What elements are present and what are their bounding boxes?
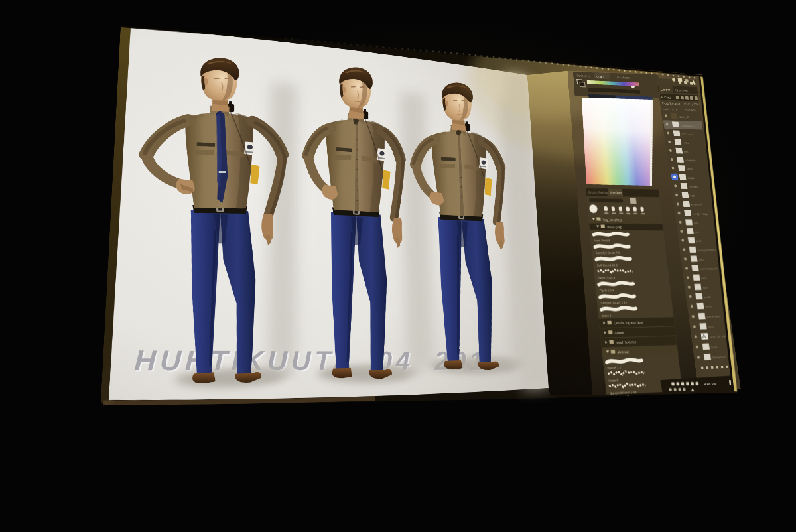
svg-text:Sampled Brush 7 6: Sampled Brush 7 6 (596, 251, 620, 254)
svg-text:Pass Through: Pass Through (662, 101, 681, 105)
svg-text:Brush Settings: Brush Settings (588, 190, 611, 195)
svg-text:nature: nature (615, 330, 624, 334)
svg-text:Flip lb stb 8: Flip lb stb 8 (599, 289, 614, 293)
svg-text:loose 1: loose 1 (602, 314, 612, 318)
svg-text:texture pelts: texture pelts (706, 315, 721, 318)
svg-text:badge: badge (687, 176, 695, 179)
svg-text:socks: socks (711, 346, 718, 349)
svg-text:WW88 1 2: WW88 1 2 (607, 366, 621, 369)
svg-text:handgun earp: handgun earp (693, 212, 708, 215)
svg-text:Lock: + / o a: Lock: + / o a (663, 107, 677, 111)
svg-text:rough textures: rough textures (616, 340, 636, 344)
svg-text:Channels: Channels (675, 88, 689, 92)
svg-text:pelts: pelts (698, 258, 704, 261)
svg-text:Brushes: Brushes (610, 190, 622, 194)
svg-text:Sampled Brush 1 18: Sampled Brush 1 18 (600, 300, 627, 304)
svg-text:HARD2 pig 4: HARD2 pig 4 (598, 276, 615, 280)
svg-text:name journal bks: name journal bks (697, 249, 716, 252)
svg-text:patrol copy: patrol copy (681, 133, 694, 136)
svg-text:Opacity 100%: Opacity 100% (684, 102, 700, 106)
svg-text:P Kind: P Kind (661, 95, 671, 99)
svg-text:main prep: main prep (607, 225, 623, 229)
svg-text:Swatches: Swatches (576, 74, 590, 78)
svg-text:Soft Round 30 5: Soft Round 30 5 (596, 263, 618, 267)
svg-text:pelts: pelts (696, 239, 702, 242)
svg-text:pelts: pelts (701, 277, 707, 280)
svg-text:leg_brushes: leg_brushes (603, 218, 622, 222)
svg-text:abstract: abstract (617, 350, 629, 354)
svg-text:Hard Round: Hard Round (594, 239, 610, 242)
svg-text:hound: hound (705, 305, 712, 308)
svg-text:bells: bells (690, 194, 696, 197)
svg-text:slikahedge: slikahedge (685, 159, 697, 162)
svg-text:dilutions: dilutions (689, 186, 698, 188)
svg-text:pels: pels (694, 222, 699, 224)
svg-text:satin: satin (702, 286, 708, 289)
svg-text:radius belt: radius belt (691, 204, 703, 206)
svg-text:4:48 PM: 4:48 PM (704, 383, 717, 387)
svg-text:native: native (683, 141, 690, 144)
svg-text:milk: milk (684, 151, 689, 153)
svg-text:fabric: fabric (708, 325, 714, 328)
svg-text:name buera bks: name buera bks (700, 267, 718, 271)
svg-text:Gradients: Gradients (617, 76, 630, 80)
svg-text:loose 3: loose 3 (608, 378, 618, 382)
svg-text:vector: vector (704, 295, 711, 299)
svg-text:name: name (686, 168, 693, 170)
svg-text:Color: Color (596, 75, 604, 78)
svg-text:urban copy 2: urban copy 2 (680, 124, 695, 127)
svg-text:pob: pob (695, 231, 700, 233)
svg-text:Layers: Layers (661, 88, 671, 92)
svg-text:guard_00: guard_00 (679, 115, 690, 119)
svg-text:Clouds, fog and dust: Clouds, fog and dust (614, 320, 643, 325)
svg-text:Fill 100%: Fill 100% (685, 108, 696, 111)
